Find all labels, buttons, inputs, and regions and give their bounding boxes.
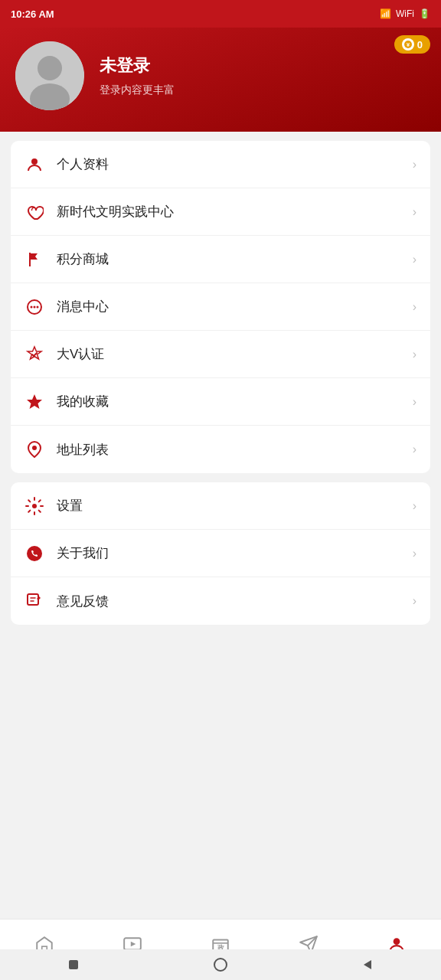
svg-point-3 xyxy=(38,56,62,80)
svg-point-13 xyxy=(32,504,37,508)
person-icon xyxy=(24,155,44,175)
menu-section-1: 个人资料 › 新时代文明实践中心 › 积分商城 › xyxy=(11,141,430,473)
svg-point-24 xyxy=(214,959,227,971)
signal-icon: 📶 xyxy=(380,8,391,19)
wifi-icon: WiFi xyxy=(396,8,414,19)
svg-marker-19 xyxy=(131,942,136,947)
svg-marker-25 xyxy=(364,960,371,969)
circle-icon xyxy=(213,957,228,972)
menu-label-address: 地址列表 xyxy=(57,441,413,459)
status-time: 10:26 AM xyxy=(11,8,54,20)
profile-subtitle: 登录内容更丰富 xyxy=(100,83,175,97)
svg-text:¥: ¥ xyxy=(407,41,410,48)
heart-icon xyxy=(24,202,44,222)
arrow-icon-about: › xyxy=(413,547,416,560)
menu-label-bigv: 大V认证 xyxy=(57,345,413,363)
svg-point-5 xyxy=(31,158,38,165)
status-icons: 📶 WiFi 🔋 xyxy=(380,8,430,19)
star-icon xyxy=(24,392,44,412)
svg-rect-15 xyxy=(28,594,38,605)
menu-item-message[interactable]: 消息中心 › xyxy=(11,283,430,331)
arrow-icon-feedback: › xyxy=(413,594,416,608)
coin-badge[interactable]: ¥ 0 xyxy=(394,35,430,54)
system-nav xyxy=(0,949,441,980)
coin-value: 0 xyxy=(417,39,423,51)
menu-item-address[interactable]: 地址列表 › xyxy=(11,426,430,473)
arrow-icon-shop: › xyxy=(413,253,416,266)
edit-icon xyxy=(24,591,44,611)
square-icon xyxy=(66,957,81,972)
verified-icon xyxy=(24,345,44,364)
arrow-icon-settings: › xyxy=(413,499,416,513)
system-back-button[interactable] xyxy=(355,952,380,977)
profile-info: 未登录 登录内容更丰富 xyxy=(100,54,175,97)
location-icon xyxy=(24,439,44,459)
svg-marker-11 xyxy=(27,394,42,409)
menu-label-civilization: 新时代文明实践中心 xyxy=(57,203,413,220)
menu-section-2: 设置 › 关于我们 › 意见反馈 › xyxy=(11,482,430,625)
svg-point-12 xyxy=(32,446,37,450)
battery-icon: 🔋 xyxy=(419,8,430,19)
profile-name: 未登录 xyxy=(100,54,175,77)
system-square-button[interactable] xyxy=(61,952,86,977)
svg-point-8 xyxy=(31,305,33,308)
system-circle-button[interactable] xyxy=(208,952,233,977)
menu-item-civilization[interactable]: 新时代文明实践中心 › xyxy=(11,188,430,236)
menu-item-about[interactable]: 关于我们 › xyxy=(11,530,430,577)
menu-label-settings: 设置 xyxy=(57,497,413,514)
menu-label-message: 消息中心 xyxy=(57,298,413,315)
menu-label-profile: 个人资料 xyxy=(57,155,413,173)
svg-rect-23 xyxy=(69,960,78,969)
profile-header[interactable]: ¥ 0 未登录 登录内容更丰富 xyxy=(0,28,441,132)
menu-label-favorites: 我的收藏 xyxy=(57,393,413,410)
arrow-icon-message: › xyxy=(413,300,416,314)
menu-item-profile[interactable]: 个人资料 › xyxy=(11,141,430,188)
svg-point-10 xyxy=(37,305,39,308)
menu-item-feedback[interactable]: 意见反馈 › xyxy=(11,577,430,625)
arrow-icon-address: › xyxy=(413,443,416,456)
coin-icon: ¥ xyxy=(402,38,414,51)
flag-icon xyxy=(24,250,44,270)
menu-item-shop[interactable]: 积分商城 › xyxy=(11,236,430,283)
arrow-icon-favorites: › xyxy=(413,395,416,409)
svg-point-22 xyxy=(394,938,400,945)
avatar-svg xyxy=(15,41,84,110)
triangle-icon xyxy=(360,957,375,972)
arrow-icon-civilization: › xyxy=(413,205,416,219)
phone-circle-icon xyxy=(24,544,44,564)
status-bar: 10:26 AM 📶 WiFi 🔋 xyxy=(0,0,441,28)
svg-point-9 xyxy=(34,305,36,308)
chat-icon xyxy=(24,297,44,317)
menu-label-shop: 积分商城 xyxy=(57,250,413,268)
svg-point-14 xyxy=(27,546,42,561)
menu-item-settings[interactable]: 设置 › xyxy=(11,482,430,530)
menu-label-feedback: 意见反馈 xyxy=(57,593,413,610)
gear-icon xyxy=(24,496,44,516)
arrow-icon-bigv: › xyxy=(413,348,416,361)
menu-label-about: 关于我们 xyxy=(57,544,413,562)
menu-item-bigv[interactable]: 大V认证 › xyxy=(11,331,430,378)
arrow-icon-profile: › xyxy=(413,158,416,172)
menu-item-favorites[interactable]: 我的收藏 › xyxy=(11,378,430,426)
avatar[interactable] xyxy=(15,41,84,110)
